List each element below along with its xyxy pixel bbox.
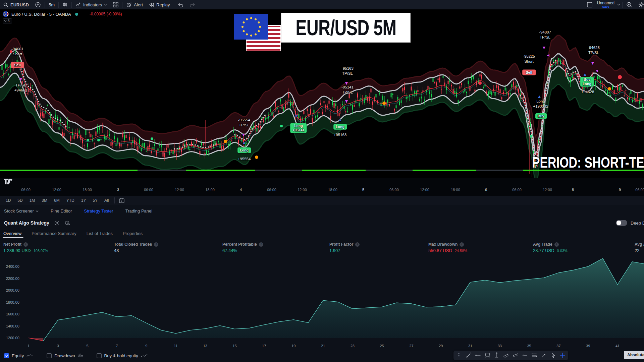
bottom-panel-tabs: Stock ScreenerPine EditorStrategy Tester… [0, 205, 644, 217]
equity-xtick: 3 [57, 344, 59, 348]
range-button-3m[interactable]: 3M [39, 197, 50, 204]
stat-value: 550.87 USD [428, 248, 452, 253]
stat-sub-value: 0.03% [557, 249, 568, 253]
time-axis-label: 06:00 [267, 188, 276, 192]
equity-controls-row: Equity Drawdown Buy & hold equity Absolu… [0, 349, 644, 362]
range-button-all[interactable]: All [102, 197, 111, 204]
strategy-settings-gear-icon[interactable] [54, 220, 60, 226]
arrow-tool-icon[interactable] [539, 351, 548, 360]
info-icon[interactable]: i [554, 242, 559, 247]
drawdown-checkbox[interactable] [47, 353, 52, 358]
indicators-collapsed-badge[interactable]: 3 [3, 18, 12, 23]
panel-tab-pine-editor[interactable]: Pine Editor [51, 208, 72, 214]
buyhold-checkbox[interactable] [97, 353, 102, 358]
time-axis-label: 3 [117, 188, 119, 192]
equity-chart-area[interactable]: 2400.002200.002000.001800.001600.001400.… [0, 255, 644, 349]
stat-value: 1 236.90 USD [3, 248, 31, 253]
drawdown-checkbox-label: Drawdown [54, 353, 75, 358]
chevron-down-icon [104, 4, 107, 6]
equity-curve-icon [26, 354, 33, 358]
buyhold-checkbox-control[interactable]: Buy & hold equity [97, 353, 148, 358]
crosshair-tool-icon[interactable] [558, 351, 567, 360]
price-chart-area[interactable]: -94661 ShortSell▼TP/SL +94661-95554 TP/S… [0, 9, 644, 178]
absolute-button[interactable]: Absolute [624, 351, 644, 359]
panel-tab-trading-panel[interactable]: Trading Panel [125, 208, 152, 214]
alert-label: Alert [134, 2, 143, 7]
date-range-items: 1D5D1M3M6MYTD1Y5YAll [3, 197, 111, 204]
time-axis[interactable]: 06:0012:0018:00306:0012:0018:00406:0012:… [0, 178, 644, 196]
range-button-1d[interactable]: 1D [3, 197, 13, 204]
time-axis-label: 18:00 [451, 188, 460, 192]
horizontal-ray-tool-icon[interactable] [474, 351, 482, 360]
indicator-templates-button[interactable] [110, 0, 121, 9]
cursor-tool-icon[interactable] [549, 351, 557, 360]
parallel-channel-tool-icon[interactable] [502, 351, 511, 360]
undo-button[interactable] [175, 0, 186, 9]
layout-button[interactable] [584, 0, 596, 9]
deep-backtesting-toggle[interactable] [616, 220, 627, 226]
strategy-header: Quant Algo Strategy Deep Ba [0, 217, 644, 229]
report-tabs-divider [0, 238, 644, 238]
info-icon[interactable]: i [23, 242, 28, 247]
report-tab-performance-summary[interactable]: Performance Summary [32, 231, 76, 237]
vertical-line-tool-icon[interactable] [492, 351, 501, 360]
range-button-ytd[interactable]: YTD [64, 197, 77, 204]
market-status-dot[interactable] [75, 13, 78, 16]
equity-checkbox-control[interactable]: Equity [4, 353, 33, 358]
drawdown-checkbox-control[interactable]: Drawdown [47, 353, 83, 358]
chevron-down-icon [617, 4, 620, 6]
save-link[interactable]: Save [602, 5, 609, 8]
fib-retracement-tool-icon[interactable] [530, 351, 539, 360]
layout-name-button[interactable]: Unnamed Save [596, 1, 616, 8]
symbol-search-button[interactable]: EURUSD [0, 0, 32, 9]
quick-search-button[interactable] [623, 0, 635, 9]
symbol-info-row[interactable]: Euro / U.S. Dollar · 5 · OANDA -0.00005 … [3, 11, 122, 17]
report-tab-overview[interactable]: Overview [3, 231, 21, 237]
info-icon[interactable]: i [460, 242, 464, 247]
equity-xtick: 5 [87, 344, 89, 348]
equity-xtick: 41 [615, 344, 620, 348]
range-button-5y[interactable]: 5Y [90, 197, 100, 204]
report-tab-list-of-trades[interactable]: List of Trades [87, 231, 113, 237]
equity-xtick: 37 [556, 344, 560, 348]
trendline-tool-icon[interactable] [464, 351, 473, 360]
strategy-alert-plus-icon[interactable] [64, 220, 70, 226]
info-icon[interactable]: i [355, 242, 360, 247]
period-label: PERIOD: SHORT-TERM [532, 154, 644, 171]
stat-net-profit: Net Profiti1 236.90 USD103.07% [3, 242, 48, 253]
equity-xtick: 19 [291, 344, 296, 348]
time-axis-label: 9 [619, 188, 621, 192]
stat-percent-profitable: Percent Profitablei67.44% [222, 242, 263, 253]
fib-channel-tool-icon[interactable] [511, 351, 520, 360]
range-button-5d[interactable]: 5D [15, 197, 25, 204]
ray-tool-icon[interactable] [521, 351, 529, 360]
compare-add-button[interactable] [32, 0, 44, 9]
drag-handle-icon[interactable] [455, 351, 464, 360]
replay-button[interactable]: Replay [146, 0, 173, 9]
stat-sub-value: 103.07% [34, 249, 48, 253]
range-button-1y[interactable]: 1Y [79, 197, 89, 204]
panel-tab-stock-screener[interactable]: Stock Screener [4, 208, 39, 214]
equity-ytick: 1200.00 [6, 336, 19, 340]
panel-tab-strategy-tester[interactable]: Strategy Tester [84, 208, 113, 214]
settings-button[interactable] [635, 0, 644, 9]
report-tab-properties[interactable]: Properties [123, 231, 143, 237]
chart-style-button[interactable] [59, 0, 71, 9]
interval-button[interactable]: 5m [46, 0, 58, 9]
rectangle-tool-icon[interactable] [483, 351, 492, 360]
info-icon[interactable]: i [259, 242, 263, 247]
tradingview-logo[interactable] [3, 178, 13, 186]
alert-button[interactable]: Alert [123, 0, 146, 9]
equity-chart-canvas[interactable]: 2400.002200.002000.001800.001600.001400.… [0, 255, 644, 349]
info-icon[interactable]: i [154, 242, 158, 247]
range-button-1m[interactable]: 1M [27, 197, 38, 204]
chevron-down-icon [4, 20, 7, 22]
redo-button[interactable] [186, 0, 198, 9]
range-button-6m[interactable]: 6M [52, 197, 62, 204]
stat-label: Total Closed Trades [114, 242, 152, 247]
layout-menu-chevron[interactable] [616, 0, 622, 9]
go-to-date-button[interactable] [118, 197, 125, 204]
equity-checkbox[interactable] [4, 353, 9, 358]
equity-checkbox-label: Equity [12, 353, 24, 358]
indicators-button[interactable]: Indicators [72, 0, 110, 9]
